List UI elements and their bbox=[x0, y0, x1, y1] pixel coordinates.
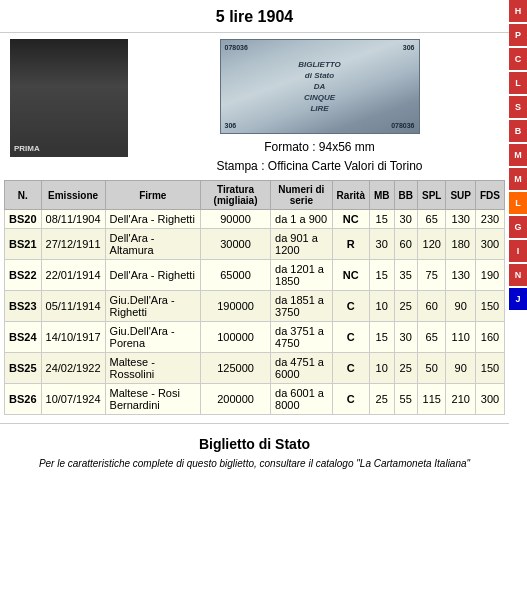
table-cell: BS23 bbox=[5, 291, 42, 322]
table-cell: 190000 bbox=[201, 291, 271, 322]
table-cell: 130 bbox=[446, 210, 476, 229]
table-cell: Dell'Ara - Righetti bbox=[105, 210, 200, 229]
table-cell: 15 bbox=[369, 210, 394, 229]
table-cell: 30 bbox=[369, 229, 394, 260]
col-bb: BB bbox=[394, 181, 417, 210]
table-cell: 65 bbox=[417, 322, 445, 353]
table-cell: 10 bbox=[369, 291, 394, 322]
table-cell: 55 bbox=[394, 384, 417, 415]
sidebar-button[interactable]: M bbox=[509, 168, 527, 190]
format-info: Formato : 94x56 mm Stampa : Officina Car… bbox=[216, 138, 422, 176]
table-cell: BS22 bbox=[5, 260, 42, 291]
table-cell: da 6001 a 8000 bbox=[271, 384, 333, 415]
table-cell: Dell'Ara - Altamura bbox=[105, 229, 200, 260]
table-cell: 10 bbox=[369, 353, 394, 384]
sidebar-button[interactable]: P bbox=[509, 24, 527, 46]
sidebar-button[interactable]: L bbox=[509, 192, 527, 214]
table-row: BS2127/12/1911Dell'Ara - Altamura30000da… bbox=[5, 229, 505, 260]
page-title: 5 lire 1904 bbox=[0, 0, 509, 33]
col-numeri: Numeri di serie bbox=[271, 181, 333, 210]
sidebar-button[interactable]: H bbox=[509, 0, 527, 22]
table-cell: 25 bbox=[369, 384, 394, 415]
table-cell: 25 bbox=[394, 353, 417, 384]
table-cell: 14/10/1917 bbox=[41, 322, 105, 353]
serial-bl: 306 bbox=[225, 122, 237, 129]
footer-title: Biglietto di Stato bbox=[10, 436, 499, 452]
sidebar-button[interactable]: N bbox=[509, 264, 527, 286]
side-image: PRIMA bbox=[10, 39, 128, 157]
col-firme: Firme bbox=[105, 181, 200, 210]
table-cell: C bbox=[332, 384, 369, 415]
table-cell: 05/11/1914 bbox=[41, 291, 105, 322]
table-cell: 50 bbox=[417, 353, 445, 384]
table-cell: BS20 bbox=[5, 210, 42, 229]
col-tiratura: Tiratura (migliaia) bbox=[201, 181, 271, 210]
format-label: Formato : 94x56 mm bbox=[216, 138, 422, 157]
serial-tr: 306 bbox=[403, 44, 415, 51]
table-cell: 130 bbox=[446, 260, 476, 291]
sidebar-button[interactable]: B bbox=[509, 120, 527, 142]
table-cell: 65000 bbox=[201, 260, 271, 291]
table-cell: 100000 bbox=[201, 322, 271, 353]
table-cell: Giu.Dell'Ara - Porena bbox=[105, 322, 200, 353]
table-cell: 115 bbox=[417, 384, 445, 415]
table-cell: Dell'Ara - Righetti bbox=[105, 260, 200, 291]
table-row: BS2008/11/1904Dell'Ara - Righetti90000da… bbox=[5, 210, 505, 229]
table-cell: 125000 bbox=[201, 353, 271, 384]
table-cell: NC bbox=[332, 260, 369, 291]
table-cell: 90 bbox=[446, 353, 476, 384]
data-table-section: N. Emissione Firme Tiratura (migliaia) N… bbox=[0, 180, 509, 415]
table-cell: 190 bbox=[475, 260, 504, 291]
table-cell: BS26 bbox=[5, 384, 42, 415]
table-cell: 90000 bbox=[201, 210, 271, 229]
sidebar-button[interactable]: I bbox=[509, 240, 527, 262]
table-cell: 60 bbox=[417, 291, 445, 322]
serial-tl: 078036 bbox=[225, 44, 248, 51]
table-cell: 30 bbox=[394, 322, 417, 353]
table-cell: 75 bbox=[417, 260, 445, 291]
sidebar-button[interactable]: S bbox=[509, 96, 527, 118]
table-cell: da 3751 a 4750 bbox=[271, 322, 333, 353]
table-row: BS2610/07/1924Maltese - Rosi Bernardini2… bbox=[5, 384, 505, 415]
table-cell: da 4751 a 6000 bbox=[271, 353, 333, 384]
table-cell: NC bbox=[332, 210, 369, 229]
sidebar-button[interactable]: G bbox=[509, 216, 527, 238]
table-cell: Maltese - Rosi Bernardini bbox=[105, 384, 200, 415]
table-cell: R bbox=[332, 229, 369, 260]
col-mb: MB bbox=[369, 181, 394, 210]
serial-br: 078036 bbox=[391, 122, 414, 129]
col-n: N. bbox=[5, 181, 42, 210]
table-row: BS2222/01/1914Dell'Ara - Righetti65000da… bbox=[5, 260, 505, 291]
sidebar-button[interactable]: L bbox=[509, 72, 527, 94]
table-row: BS2414/10/1917Giu.Dell'Ara - Porena10000… bbox=[5, 322, 505, 353]
col-spl: SPL bbox=[417, 181, 445, 210]
table-cell: 180 bbox=[446, 229, 476, 260]
table-cell: 120 bbox=[417, 229, 445, 260]
table-cell: 30 bbox=[394, 210, 417, 229]
sidebar-button[interactable]: M bbox=[509, 144, 527, 166]
table-cell: da 901 a 1200 bbox=[271, 229, 333, 260]
table-cell: 15 bbox=[369, 260, 394, 291]
table-cell: 22/01/1914 bbox=[41, 260, 105, 291]
table-cell: 24/02/1922 bbox=[41, 353, 105, 384]
table-cell: C bbox=[332, 322, 369, 353]
table-cell: 15 bbox=[369, 322, 394, 353]
table-cell: 230 bbox=[475, 210, 504, 229]
table-cell: 210 bbox=[446, 384, 476, 415]
table-cell: 25 bbox=[394, 291, 417, 322]
sidebar-button[interactable]: J bbox=[509, 288, 527, 310]
table-cell: BS21 bbox=[5, 229, 42, 260]
stampa-label: Stampa : Officina Carte Valori di Torino bbox=[216, 157, 422, 176]
table-cell: C bbox=[332, 353, 369, 384]
table-cell: 35 bbox=[394, 260, 417, 291]
table-cell: 160 bbox=[475, 322, 504, 353]
table-cell: da 1201 a 1850 bbox=[271, 260, 333, 291]
table-cell: 60 bbox=[394, 229, 417, 260]
table-cell: C bbox=[332, 291, 369, 322]
table-cell: BS25 bbox=[5, 353, 42, 384]
emissions-table: N. Emissione Firme Tiratura (migliaia) N… bbox=[4, 180, 505, 415]
col-fds: FDS bbox=[475, 181, 504, 210]
table-cell: Maltese - Rossolini bbox=[105, 353, 200, 384]
sidebar-button[interactable]: C bbox=[509, 48, 527, 70]
table-cell: 65 bbox=[417, 210, 445, 229]
